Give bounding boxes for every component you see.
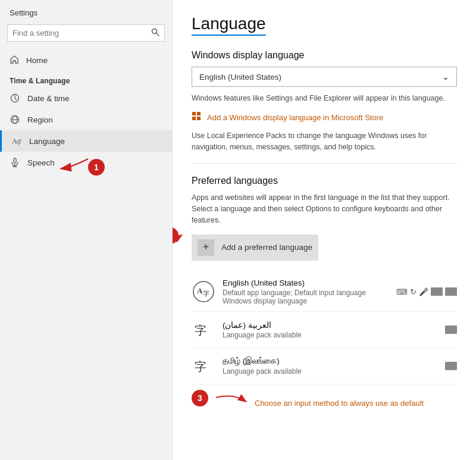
- badge-square-1: [431, 287, 443, 296]
- speech-label: Speech: [27, 158, 55, 167]
- sidebar-section-label: Time & Language: [0, 72, 172, 87]
- speech-icon: [10, 157, 20, 168]
- lang-info-english: English (United States) Default app lang…: [223, 278, 389, 305]
- store-link[interactable]: Add a Windows display language in Micros…: [192, 111, 457, 124]
- lang-info-arabic: العربية (عمان) Language pack available: [223, 320, 438, 339]
- sidebar-item-date-time[interactable]: Date & time: [0, 87, 172, 109]
- lang-badges-arabic: [445, 326, 457, 334]
- svg-rect-13: [192, 117, 196, 120]
- display-language-value: English (United States): [199, 73, 281, 82]
- search-box[interactable]: [7, 24, 165, 42]
- lang-icon-arabic: 字: [192, 318, 215, 342]
- sidebar: Settings Home Time & Language: [0, 0, 173, 460]
- svg-text:A: A: [197, 286, 203, 295]
- svg-rect-12: [197, 112, 201, 115]
- app-title: Settings: [0, 0, 172, 22]
- svg-text:字: 字: [195, 360, 206, 373]
- badge-square-tamil: [445, 362, 457, 370]
- sidebar-item-language[interactable]: A 字 Language: [0, 130, 172, 152]
- plus-icon: +: [198, 239, 214, 256]
- lang-badges-english: ⌨ ↻ 🎤: [396, 287, 457, 296]
- display-language-dropdown[interactable]: English (United States) ⌄: [192, 67, 457, 87]
- chevron-down-icon: ⌄: [442, 72, 449, 82]
- badge-square-arabic: [445, 326, 457, 334]
- display-language-description: Windows features like Settings and File …: [192, 93, 457, 104]
- store-description: Use Local Experience Packs to change the…: [192, 130, 457, 153]
- lang-name-arabic: العربية (عمان): [223, 320, 438, 330]
- lang-badges-tamil: [445, 362, 457, 370]
- refresh-badge-icon: ↻: [410, 287, 416, 296]
- keyboard-badge-icon: ⌨: [396, 287, 408, 296]
- lang-icon-tamil: 字: [192, 354, 215, 378]
- section-divider: [192, 163, 457, 164]
- windows-display-heading: Windows display language: [192, 50, 457, 61]
- add-language-button[interactable]: + Add a preferred language: [192, 234, 318, 261]
- search-icon: [151, 28, 159, 38]
- region-icon: [10, 114, 20, 125]
- home-label: Home: [26, 56, 48, 65]
- region-label: Region: [27, 115, 53, 124]
- store-icon: [192, 111, 202, 124]
- home-icon: [10, 55, 19, 66]
- lang-desc-arabic: Language pack available: [223, 331, 438, 339]
- lang-desc-english: Default app language; Default input lang…: [223, 289, 389, 305]
- annotation-bubble-2: 2: [173, 227, 178, 244]
- date-time-label: Date & time: [27, 94, 70, 103]
- sidebar-item-region[interactable]: Region: [0, 109, 172, 130]
- svg-text:字: 字: [203, 290, 209, 297]
- search-input[interactable]: [12, 29, 151, 37]
- svg-text:字: 字: [16, 140, 21, 146]
- page-title: Language: [192, 14, 266, 36]
- language-icon: A 字: [11, 136, 22, 146]
- sidebar-item-home[interactable]: Home: [0, 49, 172, 72]
- svg-rect-11: [192, 112, 196, 115]
- clock-icon: [10, 93, 20, 104]
- language-item-arabic[interactable]: 字 العربية (عمان) Language pack available: [192, 312, 457, 348]
- sidebar-item-speech[interactable]: Speech: [0, 152, 172, 173]
- language-label: Language: [29, 137, 65, 146]
- lang-info-tamil: தமிழ் (இலங்கை) Language pack available: [223, 356, 438, 375]
- lang-name-english: English (United States): [223, 278, 389, 287]
- language-item-english[interactable]: A 字 English (United States) Default app …: [192, 273, 457, 312]
- language-item-tamil[interactable]: 字 தமிழ் (இலங்கை) Language pack available: [192, 348, 457, 384]
- lang-name-tamil: தமிழ் (இலங்கை): [223, 356, 438, 366]
- add-language-label: Add a preferred language: [221, 243, 312, 252]
- preferred-heading: Preferred languages: [192, 176, 457, 186]
- annotation-bubble-3: 3: [192, 390, 208, 406]
- store-link-label: Add a Windows display language in Micros…: [207, 113, 383, 122]
- bottom-link[interactable]: Choose an input method to always use as …: [255, 399, 424, 408]
- main-content: Language Windows display language Englis…: [173, 0, 476, 460]
- badge-square-2: [445, 287, 457, 296]
- lang-icon-english: A 字: [192, 280, 215, 303]
- svg-text:字: 字: [195, 324, 206, 337]
- lang-desc-tamil: Language pack available: [223, 367, 438, 375]
- preferred-description: Apps and websites will appear in the fir…: [192, 192, 457, 226]
- svg-line-1: [156, 33, 159, 36]
- svg-rect-8: [14, 158, 16, 163]
- mic-badge-icon: 🎤: [419, 287, 428, 296]
- svg-rect-14: [197, 117, 201, 120]
